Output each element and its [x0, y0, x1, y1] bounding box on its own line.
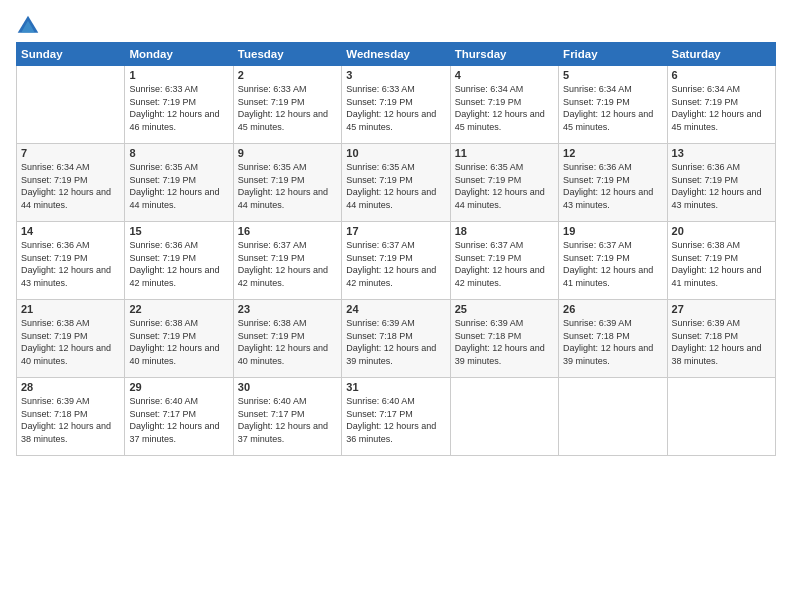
- day-number: 18: [455, 225, 554, 237]
- day-info: Sunrise: 6:33 AM Sunset: 7:19 PM Dayligh…: [129, 83, 228, 133]
- day-cell: 30Sunrise: 6:40 AM Sunset: 7:17 PM Dayli…: [233, 378, 341, 456]
- day-info: Sunrise: 6:34 AM Sunset: 7:19 PM Dayligh…: [21, 161, 120, 211]
- day-number: 2: [238, 69, 337, 81]
- day-cell: 22Sunrise: 6:38 AM Sunset: 7:19 PM Dayli…: [125, 300, 233, 378]
- day-info: Sunrise: 6:37 AM Sunset: 7:19 PM Dayligh…: [238, 239, 337, 289]
- day-info: Sunrise: 6:37 AM Sunset: 7:19 PM Dayligh…: [455, 239, 554, 289]
- day-cell: 2Sunrise: 6:33 AM Sunset: 7:19 PM Daylig…: [233, 66, 341, 144]
- day-number: 19: [563, 225, 662, 237]
- day-cell: 28Sunrise: 6:39 AM Sunset: 7:18 PM Dayli…: [17, 378, 125, 456]
- day-cell: 1Sunrise: 6:33 AM Sunset: 7:19 PM Daylig…: [125, 66, 233, 144]
- day-cell: 17Sunrise: 6:37 AM Sunset: 7:19 PM Dayli…: [342, 222, 450, 300]
- week-row-1: 1Sunrise: 6:33 AM Sunset: 7:19 PM Daylig…: [17, 66, 776, 144]
- day-info: Sunrise: 6:39 AM Sunset: 7:18 PM Dayligh…: [455, 317, 554, 367]
- day-cell: 5Sunrise: 6:34 AM Sunset: 7:19 PM Daylig…: [559, 66, 667, 144]
- day-info: Sunrise: 6:35 AM Sunset: 7:19 PM Dayligh…: [238, 161, 337, 211]
- week-row-3: 14Sunrise: 6:36 AM Sunset: 7:19 PM Dayli…: [17, 222, 776, 300]
- day-info: Sunrise: 6:38 AM Sunset: 7:19 PM Dayligh…: [21, 317, 120, 367]
- day-cell: 8Sunrise: 6:35 AM Sunset: 7:19 PM Daylig…: [125, 144, 233, 222]
- day-number: 28: [21, 381, 120, 393]
- day-cell: 4Sunrise: 6:34 AM Sunset: 7:19 PM Daylig…: [450, 66, 558, 144]
- header-day-thursday: Thursday: [450, 43, 558, 66]
- day-cell: 16Sunrise: 6:37 AM Sunset: 7:19 PM Dayli…: [233, 222, 341, 300]
- header-day-wednesday: Wednesday: [342, 43, 450, 66]
- day-info: Sunrise: 6:39 AM Sunset: 7:18 PM Dayligh…: [672, 317, 771, 367]
- day-number: 13: [672, 147, 771, 159]
- logo-icon: [16, 14, 40, 38]
- day-cell: 24Sunrise: 6:39 AM Sunset: 7:18 PM Dayli…: [342, 300, 450, 378]
- day-cell: [667, 378, 775, 456]
- header-row: SundayMondayTuesdayWednesdayThursdayFrid…: [17, 43, 776, 66]
- day-cell: [17, 66, 125, 144]
- header-day-monday: Monday: [125, 43, 233, 66]
- day-info: Sunrise: 6:40 AM Sunset: 7:17 PM Dayligh…: [129, 395, 228, 445]
- day-number: 30: [238, 381, 337, 393]
- day-info: Sunrise: 6:40 AM Sunset: 7:17 PM Dayligh…: [346, 395, 445, 445]
- day-info: Sunrise: 6:36 AM Sunset: 7:19 PM Dayligh…: [563, 161, 662, 211]
- day-cell: 25Sunrise: 6:39 AM Sunset: 7:18 PM Dayli…: [450, 300, 558, 378]
- page: SundayMondayTuesdayWednesdayThursdayFrid…: [0, 0, 792, 612]
- day-cell: 7Sunrise: 6:34 AM Sunset: 7:19 PM Daylig…: [17, 144, 125, 222]
- week-row-2: 7Sunrise: 6:34 AM Sunset: 7:19 PM Daylig…: [17, 144, 776, 222]
- day-info: Sunrise: 6:38 AM Sunset: 7:19 PM Dayligh…: [238, 317, 337, 367]
- calendar-table: SundayMondayTuesdayWednesdayThursdayFrid…: [16, 42, 776, 456]
- day-cell: 31Sunrise: 6:40 AM Sunset: 7:17 PM Dayli…: [342, 378, 450, 456]
- day-number: 29: [129, 381, 228, 393]
- day-number: 26: [563, 303, 662, 315]
- header-day-sunday: Sunday: [17, 43, 125, 66]
- header-day-tuesday: Tuesday: [233, 43, 341, 66]
- day-cell: 6Sunrise: 6:34 AM Sunset: 7:19 PM Daylig…: [667, 66, 775, 144]
- day-number: 15: [129, 225, 228, 237]
- day-number: 25: [455, 303, 554, 315]
- day-info: Sunrise: 6:38 AM Sunset: 7:19 PM Dayligh…: [672, 239, 771, 289]
- day-number: 21: [21, 303, 120, 315]
- day-cell: 15Sunrise: 6:36 AM Sunset: 7:19 PM Dayli…: [125, 222, 233, 300]
- day-cell: 10Sunrise: 6:35 AM Sunset: 7:19 PM Dayli…: [342, 144, 450, 222]
- day-number: 22: [129, 303, 228, 315]
- day-info: Sunrise: 6:34 AM Sunset: 7:19 PM Dayligh…: [563, 83, 662, 133]
- day-cell: 18Sunrise: 6:37 AM Sunset: 7:19 PM Dayli…: [450, 222, 558, 300]
- day-number: 8: [129, 147, 228, 159]
- day-info: Sunrise: 6:40 AM Sunset: 7:17 PM Dayligh…: [238, 395, 337, 445]
- logo: [16, 14, 42, 38]
- day-cell: 9Sunrise: 6:35 AM Sunset: 7:19 PM Daylig…: [233, 144, 341, 222]
- day-number: 24: [346, 303, 445, 315]
- day-info: Sunrise: 6:36 AM Sunset: 7:19 PM Dayligh…: [21, 239, 120, 289]
- day-cell: 11Sunrise: 6:35 AM Sunset: 7:19 PM Dayli…: [450, 144, 558, 222]
- day-number: 23: [238, 303, 337, 315]
- day-number: 11: [455, 147, 554, 159]
- day-info: Sunrise: 6:37 AM Sunset: 7:19 PM Dayligh…: [346, 239, 445, 289]
- day-info: Sunrise: 6:34 AM Sunset: 7:19 PM Dayligh…: [455, 83, 554, 133]
- day-info: Sunrise: 6:36 AM Sunset: 7:19 PM Dayligh…: [672, 161, 771, 211]
- day-number: 7: [21, 147, 120, 159]
- day-cell: 19Sunrise: 6:37 AM Sunset: 7:19 PM Dayli…: [559, 222, 667, 300]
- day-info: Sunrise: 6:39 AM Sunset: 7:18 PM Dayligh…: [563, 317, 662, 367]
- day-number: 5: [563, 69, 662, 81]
- day-number: 20: [672, 225, 771, 237]
- day-number: 3: [346, 69, 445, 81]
- day-info: Sunrise: 6:37 AM Sunset: 7:19 PM Dayligh…: [563, 239, 662, 289]
- day-cell: 13Sunrise: 6:36 AM Sunset: 7:19 PM Dayli…: [667, 144, 775, 222]
- header-day-saturday: Saturday: [667, 43, 775, 66]
- day-cell: 23Sunrise: 6:38 AM Sunset: 7:19 PM Dayli…: [233, 300, 341, 378]
- day-number: 31: [346, 381, 445, 393]
- week-row-4: 21Sunrise: 6:38 AM Sunset: 7:19 PM Dayli…: [17, 300, 776, 378]
- day-cell: 27Sunrise: 6:39 AM Sunset: 7:18 PM Dayli…: [667, 300, 775, 378]
- header-day-friday: Friday: [559, 43, 667, 66]
- day-number: 27: [672, 303, 771, 315]
- day-number: 12: [563, 147, 662, 159]
- day-number: 17: [346, 225, 445, 237]
- week-row-5: 28Sunrise: 6:39 AM Sunset: 7:18 PM Dayli…: [17, 378, 776, 456]
- day-cell: [450, 378, 558, 456]
- day-info: Sunrise: 6:34 AM Sunset: 7:19 PM Dayligh…: [672, 83, 771, 133]
- day-number: 4: [455, 69, 554, 81]
- day-cell: 3Sunrise: 6:33 AM Sunset: 7:19 PM Daylig…: [342, 66, 450, 144]
- day-number: 6: [672, 69, 771, 81]
- day-cell: 29Sunrise: 6:40 AM Sunset: 7:17 PM Dayli…: [125, 378, 233, 456]
- day-info: Sunrise: 6:35 AM Sunset: 7:19 PM Dayligh…: [129, 161, 228, 211]
- day-cell: 12Sunrise: 6:36 AM Sunset: 7:19 PM Dayli…: [559, 144, 667, 222]
- day-cell: 14Sunrise: 6:36 AM Sunset: 7:19 PM Dayli…: [17, 222, 125, 300]
- day-number: 16: [238, 225, 337, 237]
- day-cell: 20Sunrise: 6:38 AM Sunset: 7:19 PM Dayli…: [667, 222, 775, 300]
- day-info: Sunrise: 6:36 AM Sunset: 7:19 PM Dayligh…: [129, 239, 228, 289]
